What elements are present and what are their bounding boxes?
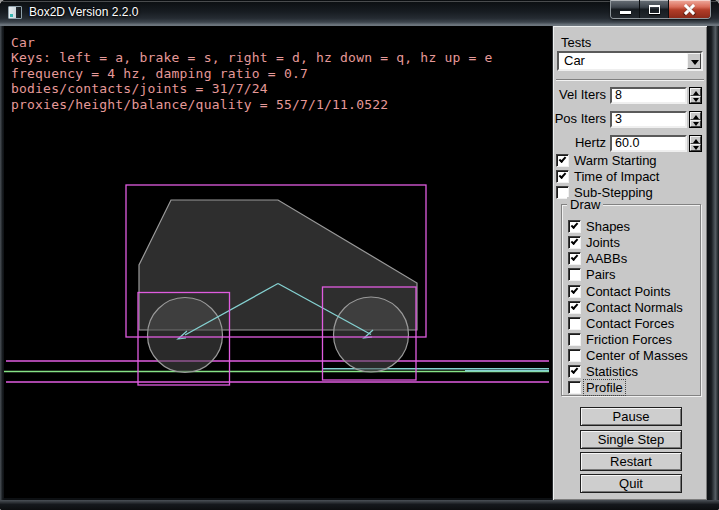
tests-dropdown-value: Car xyxy=(564,54,585,68)
pos-iters-spinner xyxy=(689,111,702,128)
check-icon xyxy=(571,366,579,374)
checkbox-friction-forces[interactable] xyxy=(568,333,581,346)
vel-iters-spin-up-button[interactable] xyxy=(690,88,701,96)
physics-canvas[interactable]: CarKeys: left = a, brake = s, right = d,… xyxy=(4,26,552,498)
window-frame-right xyxy=(707,26,719,500)
quit-button[interactable]: Quit xyxy=(580,474,682,493)
overlay-line: Keys: left = a, brake = s, right = d, hz… xyxy=(11,50,493,65)
checkbox-label-statistics[interactable]: Statistics xyxy=(586,364,638,379)
checkbox-contact-forces[interactable] xyxy=(568,317,581,330)
hertz-input[interactable]: 60.0 xyxy=(610,135,687,152)
checkbox-label-time-of-impact[interactable]: Time of Impact xyxy=(574,169,659,184)
checkbox-time-of-impact[interactable] xyxy=(556,170,569,183)
draw-group-label: Draw xyxy=(567,197,603,212)
vel-iters-spin-down-button[interactable] xyxy=(690,96,701,104)
pos-iters-spin-down-button[interactable] xyxy=(690,120,701,128)
checkbox-label-shapes[interactable]: Shapes xyxy=(586,219,630,234)
hertz-spin-down-button[interactable] xyxy=(690,144,701,152)
app-window: Box2D Version 2.2.0 CarKeys: left = a, b… xyxy=(0,0,719,510)
check-icon xyxy=(571,221,579,229)
checkbox-label-warm-starting[interactable]: Warm Starting xyxy=(574,153,657,168)
pos-iters-label: Pos Iters xyxy=(553,111,606,127)
arrow-down-icon xyxy=(693,122,699,126)
checkbox-pairs[interactable] xyxy=(568,268,581,281)
window-title: Box2D Version 2.2.0 xyxy=(29,5,138,19)
checkbox-aabbs[interactable] xyxy=(568,252,581,265)
checkbox-label-center-of-masses[interactable]: Center of Masses xyxy=(586,348,688,363)
tests-label: Tests xyxy=(561,35,591,50)
dropdown-arrow-button[interactable] xyxy=(687,53,701,69)
window-controls xyxy=(610,0,711,19)
titlebar[interactable]: Box2D Version 2.2.0 xyxy=(0,0,719,26)
overlay-line: frequency = 4 hz, damping ratio = 0.7 xyxy=(11,66,493,81)
arrow-up-icon xyxy=(693,115,699,119)
overlay-line: proxies/height/balance/quality = 55/7/1/… xyxy=(11,97,493,112)
minimize-icon xyxy=(620,11,631,14)
check-icon xyxy=(559,171,567,179)
check-icon xyxy=(559,155,567,163)
hertz-spin-up-button[interactable] xyxy=(690,136,701,144)
close-button[interactable] xyxy=(669,0,710,18)
maximize-button[interactable] xyxy=(640,0,669,18)
checkbox-label-contact-forces[interactable]: Contact Forces xyxy=(586,316,674,331)
checkbox-center-of-masses[interactable] xyxy=(568,349,581,362)
separator xyxy=(556,79,704,81)
checkbox-label-aabbs[interactable]: AABBs xyxy=(586,251,627,266)
checkbox-label-contact-normals[interactable]: Contact Normals xyxy=(586,300,683,315)
vel-iters-spinner xyxy=(689,87,702,104)
window-frame-left xyxy=(0,26,4,500)
checkbox-label-pairs[interactable]: Pairs xyxy=(586,267,616,282)
pos-iters-input[interactable]: 3 xyxy=(610,111,687,128)
checkbox-label-friction-forces[interactable]: Friction Forces xyxy=(586,332,672,347)
chevron-down-icon xyxy=(691,60,699,65)
window-frame-bottom xyxy=(0,500,719,510)
checkbox-label-joints[interactable]: Joints xyxy=(586,235,620,250)
checkbox-label-contact-points[interactable]: Contact Points xyxy=(586,284,671,299)
vel-iters-label: Vel Iters xyxy=(553,87,606,103)
check-icon xyxy=(571,286,579,294)
arrow-up-icon xyxy=(693,139,699,143)
minimize-button[interactable] xyxy=(611,0,640,18)
vel-iters-input[interactable]: 8 xyxy=(610,87,687,104)
close-icon xyxy=(684,4,695,15)
single-step-button[interactable]: Single Step xyxy=(580,430,682,449)
check-icon xyxy=(571,253,579,261)
restart-button[interactable]: Restart xyxy=(580,452,682,471)
hertz-label: Hertz xyxy=(553,135,606,151)
checkbox-shapes[interactable] xyxy=(568,220,581,233)
checkbox-contact-points[interactable] xyxy=(568,285,581,298)
control-panel: Tests Car Vel Iters8Pos Iters3Hertz60.0 … xyxy=(552,26,707,500)
checkbox-label-profile[interactable]: Profile xyxy=(583,379,626,396)
overlay-line: Car xyxy=(11,35,493,50)
overlay-line: bodies/contacts/joints = 31/7/24 xyxy=(11,81,493,96)
arrow-down-icon xyxy=(693,98,699,102)
arrow-up-icon xyxy=(693,91,699,95)
app-icon xyxy=(8,6,22,19)
checkbox-statistics[interactable] xyxy=(568,365,581,378)
checkbox-contact-normals[interactable] xyxy=(568,301,581,314)
tests-dropdown[interactable]: Car xyxy=(557,51,703,71)
check-icon xyxy=(571,237,579,245)
pause-button[interactable]: Pause xyxy=(580,407,682,426)
checkbox-warm-starting[interactable] xyxy=(556,154,569,167)
check-icon xyxy=(571,302,579,310)
pos-iters-spin-up-button[interactable] xyxy=(690,112,701,120)
hertz-spinner xyxy=(689,135,702,152)
debug-text-overlay: CarKeys: left = a, brake = s, right = d,… xyxy=(11,35,493,112)
maximize-icon xyxy=(649,5,660,14)
checkbox-profile[interactable] xyxy=(568,381,581,394)
arrow-down-icon xyxy=(693,146,699,150)
checkbox-joints[interactable] xyxy=(568,236,581,249)
